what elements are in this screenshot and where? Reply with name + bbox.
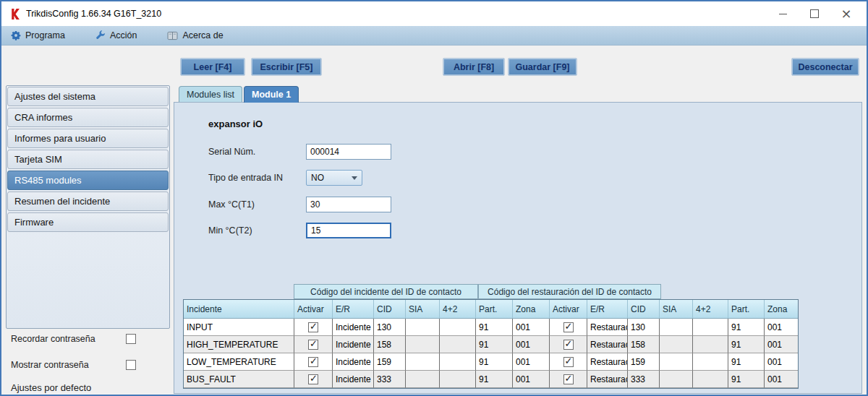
app-logo-icon [10, 9, 20, 20]
sidebar-item-resumen-del-incidente[interactable]: Resumen del incidente [7, 191, 169, 211]
tab-bar: Modules listModule 1 [179, 86, 299, 103]
field-input-2[interactable] [306, 197, 391, 212]
table-cell: Incidente [333, 336, 374, 353]
form-row: Serial Núm. [208, 144, 391, 160]
abrir-button[interactable]: Abrir [F8] [443, 58, 505, 76]
form-row: Max °C(T1) [208, 197, 391, 212]
password-option-row: Mostrar contraseña [6, 358, 170, 371]
row-checkbox[interactable] [563, 322, 574, 332]
form-row: Tipo de entrada INNO [208, 170, 362, 186]
sidebar-item-tarjeta-sim[interactable]: Tarjeta SIM [7, 150, 169, 169]
column-header: SIA [660, 300, 693, 319]
field-input-3[interactable] [306, 223, 391, 238]
table-cell [550, 353, 587, 371]
column-header: Zona [765, 300, 798, 319]
column-header: 4+2 [440, 300, 476, 319]
column-header: Activar [294, 300, 333, 319]
checkbox-label: Recordar contraseña [6, 334, 95, 344]
row-checkbox[interactable] [563, 340, 574, 350]
table-cell: Incidente [333, 319, 374, 336]
sidebar-menu: Ajustes del sistemaCRA informesInformes … [6, 85, 170, 329]
leer-button[interactable]: Leer [F4] [180, 58, 245, 76]
field-input-0[interactable] [306, 144, 391, 160]
table-cell [693, 371, 728, 388]
row-checkbox[interactable] [563, 374, 574, 384]
column-header: SIA [406, 300, 440, 319]
table-cell: 91 [476, 319, 513, 336]
group-header-restore: Código del restauración del ID de contac… [478, 284, 661, 299]
row-checkbox[interactable] [308, 340, 318, 350]
module-panel: expansor iO Serial Núm.Tipo de entrada I… [174, 102, 862, 394]
column-header: E/R [587, 300, 628, 319]
book-icon [167, 31, 178, 40]
table-cell [406, 319, 440, 336]
app-window: TrikdisConfig 1.66.34 G16T_3210 Programa… [0, 0, 868, 396]
input-type-select[interactable]: NO [306, 170, 362, 186]
sidebar-item-ajustes-del-sistema[interactable]: Ajustes del sistema [7, 87, 169, 106]
table-cell [440, 336, 476, 353]
table-cell [406, 336, 440, 353]
chevron-down-icon [352, 176, 357, 180]
table-cell: 001 [765, 319, 798, 336]
maximize-button[interactable] [799, 1, 830, 26]
tab-modules-list[interactable]: Modules list [179, 86, 242, 102]
window-controls [767, 1, 862, 26]
minimize-button[interactable] [767, 1, 799, 26]
table-cell [660, 353, 693, 371]
table-cell [406, 353, 440, 371]
menu-bar: ProgramaAcciónAcerca de [1, 26, 867, 46]
checkbox[interactable] [126, 334, 136, 344]
table-cell: 001 [765, 336, 798, 353]
table-cell: Restauración [587, 353, 628, 371]
table-cell: 91 [728, 353, 765, 371]
table-cell [294, 319, 333, 336]
table-cell: 91 [728, 336, 765, 353]
table-cell: INPUT [184, 319, 294, 336]
table-cell: 001 [765, 371, 798, 388]
menu-item-label: Acerca de [182, 30, 223, 40]
table-cell: 001 [513, 371, 550, 388]
table-cell: 91 [476, 353, 513, 371]
table-cell [294, 353, 333, 371]
group-header-event: Código del incidente del ID de contacto [294, 284, 478, 299]
row-checkbox[interactable] [563, 357, 574, 367]
gear-icon [11, 30, 21, 40]
row-checkbox[interactable] [308, 357, 318, 367]
guardar-button[interactable]: Guardar [F9] [508, 58, 577, 76]
column-header: E/R [333, 300, 374, 319]
defaults-link[interactable]: Ajustes por defecto [11, 382, 91, 393]
table-cell: 001 [513, 319, 550, 336]
menu-item-acerca-de[interactable]: Acerca de [167, 30, 223, 40]
password-option-row: Recordar contraseña [6, 332, 170, 345]
table-cell [693, 353, 728, 371]
table-cell: Incidente [333, 371, 374, 388]
checkbox[interactable] [126, 360, 136, 370]
sidebar-item-informes-para-usuario[interactable]: Informes para usuario [7, 129, 169, 148]
sidebar-item-firmware[interactable]: Firmware [7, 212, 169, 232]
table-cell [440, 371, 476, 388]
table-cell: 159 [374, 353, 406, 371]
sidebar-item-rs485-modules[interactable]: RS485 modules [7, 171, 169, 190]
table-cell [440, 319, 476, 336]
table-cell [693, 336, 728, 353]
tab-module-1[interactable]: Module 1 [244, 86, 299, 103]
escribir-button[interactable]: Escribir [F5] [251, 58, 322, 76]
menu-item-label: Programa [25, 30, 65, 40]
table-cell: 91 [728, 319, 765, 336]
incident-table-grid: IncidenteActivarE/RCIDSIA4+2Part.ZonaAct… [183, 299, 799, 389]
table-cell: 001 [765, 353, 798, 371]
column-header: Part. [476, 300, 513, 319]
title-bar: TrikdisConfig 1.66.34 G16T_3210 [1, 1, 867, 26]
row-checkbox[interactable] [308, 374, 318, 384]
menu-item-accion[interactable]: Acción [95, 30, 137, 40]
column-header: CID [374, 300, 406, 319]
disconnect-button[interactable]: Desconectar [791, 58, 859, 76]
sidebar-item-cra-informes[interactable]: CRA informes [7, 108, 169, 127]
table-cell: Incidente [333, 353, 374, 371]
column-header: Zona [513, 300, 550, 319]
table-cell [550, 319, 587, 336]
row-checkbox[interactable] [308, 322, 318, 332]
menu-item-programa[interactable]: Programa [11, 30, 65, 40]
table-cell: 158 [628, 336, 660, 353]
close-button[interactable] [830, 1, 862, 26]
